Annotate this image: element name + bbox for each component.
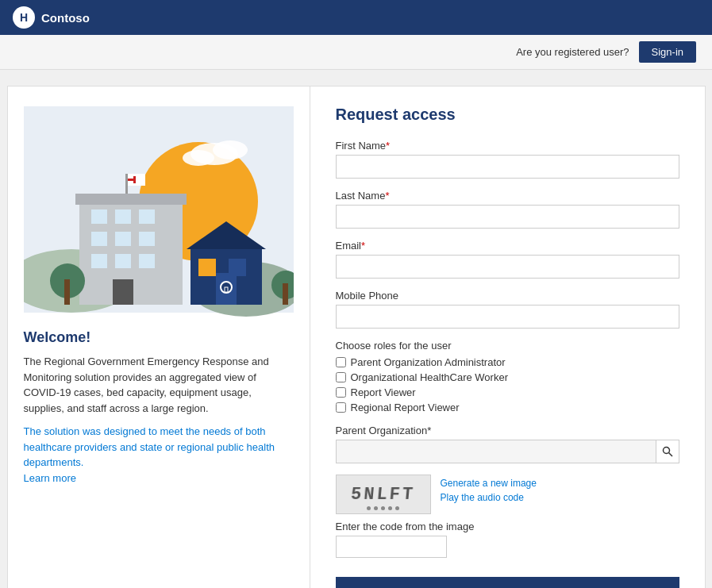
email-label: Email* xyxy=(336,240,679,252)
role-checkbox-3[interactable] xyxy=(336,402,346,413)
svg-rect-22 xyxy=(75,194,187,205)
parent-org-input[interactable] xyxy=(336,440,656,463)
svg-rect-14 xyxy=(139,209,155,224)
mobile-phone-label: Mobile Phone xyxy=(336,290,679,302)
captcha-image: 5NLFT xyxy=(336,475,431,514)
request-access-button[interactable]: Request access xyxy=(336,577,679,588)
illustration xyxy=(24,102,294,317)
registered-text: Are you registered user? xyxy=(516,46,629,58)
captcha-row: 5NLFT Generate a new image Play the audi… xyxy=(336,475,679,514)
welcome-title: Welcome! xyxy=(24,329,294,346)
first-name-input[interactable] xyxy=(336,155,679,179)
signin-button[interactable]: Sign-in xyxy=(639,41,696,63)
first-name-label: First Name* xyxy=(336,140,679,152)
right-panel: Request access First Name* Last Name* Em… xyxy=(310,86,705,588)
welcome-link-text: The solution was designed to meet the ne… xyxy=(24,424,294,486)
role-label-3: Regional Report Viewer xyxy=(351,402,460,413)
last-name-group: Last Name* xyxy=(336,190,679,229)
app-header: H Contoso xyxy=(0,0,712,35)
email-group: Email* xyxy=(336,240,679,279)
svg-rect-33 xyxy=(283,283,288,305)
captcha-enter-label: Enter the code from the image xyxy=(336,521,679,532)
mobile-phone-input[interactable] xyxy=(336,305,679,329)
svg-rect-13 xyxy=(115,209,131,224)
captcha-actions: Generate a new image Play the audio code xyxy=(441,475,537,503)
svg-rect-20 xyxy=(139,254,155,268)
svg-point-5 xyxy=(213,140,248,159)
roles-section: Choose roles for the user Parent Organiz… xyxy=(336,340,679,413)
generate-new-image-link[interactable]: Generate a new image xyxy=(441,478,537,489)
captcha-text: 5NLFT xyxy=(350,485,416,505)
mobile-phone-group: Mobile Phone xyxy=(336,290,679,329)
role-label-2: Report Viewer xyxy=(351,386,416,398)
learn-more-link[interactable]: Learn more xyxy=(24,472,76,484)
last-name-label: Last Name* xyxy=(336,190,679,202)
svg-rect-12 xyxy=(91,209,107,224)
svg-rect-17 xyxy=(139,232,155,246)
search-icon xyxy=(662,446,673,457)
form-title: Request access xyxy=(336,106,679,124)
parent-org-input-row xyxy=(336,440,679,463)
roles-label: Choose roles for the user xyxy=(336,340,679,352)
main-container: Welcome! The Regional Government Emergen… xyxy=(7,86,706,588)
svg-rect-18 xyxy=(91,254,107,268)
svg-rect-29 xyxy=(225,287,228,292)
svg-point-6 xyxy=(183,150,214,166)
first-name-group: First Name* xyxy=(336,140,679,179)
svg-rect-21 xyxy=(113,279,133,305)
welcome-body: The Regional Government Emergency Respon… xyxy=(24,354,294,416)
sub-header: Are you registered user? Sign-in xyxy=(0,35,712,70)
play-audio-link[interactable]: Play the audio code xyxy=(441,492,537,503)
role-item-3: Regional Report Viewer xyxy=(336,402,679,413)
svg-rect-31 xyxy=(64,279,70,305)
svg-point-34 xyxy=(663,448,669,454)
svg-rect-15 xyxy=(91,232,107,246)
role-item-2: Report Viewer xyxy=(336,386,679,398)
logo-container: H Contoso xyxy=(13,6,90,29)
role-label-0: Parent Organization Administrator xyxy=(351,356,506,368)
role-checkbox-2[interactable] xyxy=(336,387,346,398)
role-item-0: Parent Organization Administrator xyxy=(336,356,679,368)
svg-line-35 xyxy=(668,453,672,457)
left-panel: Welcome! The Regional Government Emergen… xyxy=(8,86,310,588)
app-title: Contoso xyxy=(41,11,90,25)
svg-rect-19 xyxy=(115,254,131,268)
welcome-section: Welcome! The Regional Government Emergen… xyxy=(24,317,294,486)
svg-rect-16 xyxy=(115,232,131,246)
logo-icon: H xyxy=(13,6,35,29)
role-label-1: Organizational HealthCare Worker xyxy=(351,371,508,383)
parent-org-label: Parent Organization* xyxy=(336,425,679,436)
email-input[interactable] xyxy=(336,255,679,279)
captcha-input[interactable] xyxy=(336,536,447,558)
parent-org-search-button[interactable] xyxy=(656,440,679,463)
captcha-section: 5NLFT Generate a new image Play the audi… xyxy=(336,475,679,558)
parent-org-section: Parent Organization* xyxy=(336,425,679,463)
svg-rect-25 xyxy=(198,259,216,276)
last-name-input[interactable] xyxy=(336,205,679,229)
role-checkbox-1[interactable] xyxy=(336,372,346,382)
role-item-1: Organizational HealthCare Worker xyxy=(336,371,679,383)
svg-rect-11 xyxy=(128,179,136,181)
role-checkbox-0[interactable] xyxy=(336,357,346,367)
